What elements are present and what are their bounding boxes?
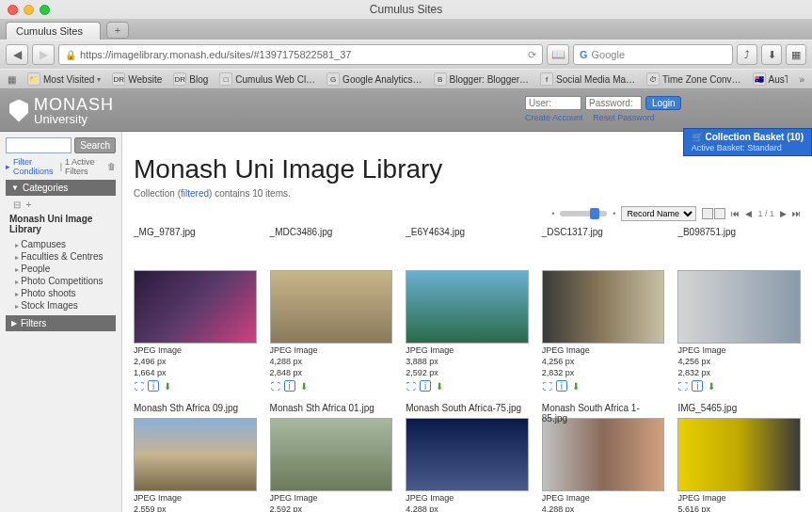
login-button[interactable]: Login (645, 96, 681, 110)
bookmark-item[interactable]: □Cumulus Web Cl… (219, 72, 315, 86)
category-item[interactable]: Campuses (15, 238, 114, 250)
item-name[interactable]: Monash South Africa-75.jpg (406, 403, 529, 414)
active-filters-text: 1 Active Filters (65, 157, 104, 176)
item-name[interactable]: Monash Sth Africa 01.jpg (270, 403, 393, 414)
thumbnail[interactable] (134, 418, 257, 491)
password-field[interactable] (585, 96, 642, 110)
category-item[interactable]: Faculties & Centres (15, 250, 114, 263)
bookmark-item[interactable]: BBlogger: Blogger… (434, 72, 530, 86)
create-account-link[interactable]: Create Account (525, 113, 583, 122)
bookmark-label: Blog (189, 74, 208, 85)
browser-tab[interactable]: Cumulus Sites (6, 22, 101, 40)
item-name[interactable]: _MG_9787.jpg (134, 227, 257, 238)
info-icon[interactable]: i (284, 380, 295, 392)
refresh-icon[interactable]: ⟳ (528, 49, 536, 61)
url-field[interactable]: 🔒 https://imagelibrary.monash.edu/sites/… (58, 44, 543, 65)
item-name[interactable]: Monash South Africa 1-85.jpg (542, 403, 665, 414)
thumbnail[interactable] (134, 270, 257, 344)
app-header: MONASH University Login My Collections D… (0, 90, 812, 132)
search-input[interactable] (6, 137, 72, 153)
sidebar: Search ▸ Filter Conditions | 1 Active Fi… (0, 132, 122, 512)
categories-header[interactable]: ▼ Categories (6, 180, 116, 196)
user-field[interactable] (525, 96, 581, 110)
thumbnail[interactable] (677, 270, 801, 344)
item-name[interactable]: _E6Y4634.jpg (406, 227, 529, 238)
thumbnail[interactable] (542, 270, 665, 344)
bookmark-icon: G (326, 72, 340, 86)
trash-icon[interactable]: 🗑 (107, 162, 116, 171)
info-icon[interactable]: i (420, 380, 431, 392)
expand-icon[interactable]: ⊟ + (8, 200, 114, 210)
pager-last-icon[interactable]: ⏭ (792, 209, 801, 218)
item-name[interactable]: _DSC1317.jpg (542, 227, 665, 238)
item-type: JPEG Image (542, 345, 665, 355)
grid-cell: _MDC3486.jpg JPEG Image 4,288 px 2,848 p… (270, 227, 393, 392)
reader-button[interactable]: 📖 (547, 44, 569, 65)
bookmarks-overflow-icon[interactable]: » (799, 74, 804, 85)
filter-conditions-link[interactable]: Filter Conditions (13, 157, 57, 176)
download-icon[interactable]: ⬇ (298, 380, 310, 392)
bookmark-item[interactable]: 🇦🇺AusTender: Curr… (753, 72, 788, 86)
thumbnail[interactable] (677, 418, 801, 491)
pager-first-icon[interactable]: ⏮ (731, 209, 740, 218)
expand-icon[interactable]: ⛶ (542, 380, 553, 392)
bookmark-item[interactable]: DRWebsite (112, 72, 162, 86)
bookmark-item[interactable]: ⏱Time Zone Conv… (646, 72, 741, 86)
share-button[interactable]: ⤴ (737, 44, 757, 65)
search-button[interactable]: Search (74, 137, 116, 153)
collection-basket[interactable]: 🛒 Collection Basket (10) Active Basket: … (683, 128, 812, 156)
bookmark-item[interactable]: GGoogle Analytics… (326, 72, 422, 86)
expand-icon[interactable]: ⛶ (270, 380, 281, 392)
thumbnail[interactable] (270, 270, 393, 344)
new-tab-button[interactable]: + (106, 22, 129, 39)
download-icon[interactable]: ⬇ (434, 380, 445, 392)
item-type: JPEG Image (677, 345, 801, 355)
logo-sub: University (34, 113, 114, 125)
expand-icon[interactable]: ⛶ (134, 380, 145, 392)
reset-password-link[interactable]: Reset Password (593, 113, 655, 122)
lock-icon: 🔒 (65, 50, 76, 60)
downloads-link[interactable]: Downloads (756, 98, 803, 108)
item-name[interactable]: Monash Sth Africa 09.jpg (134, 403, 257, 414)
item-name[interactable]: _MDC3486.jpg (270, 227, 393, 238)
back-button[interactable]: ◀ (6, 44, 28, 65)
item-name[interactable]: _B098751.jpg (677, 227, 801, 238)
thumb-size-slider[interactable] (560, 211, 607, 216)
bookmark-item[interactable]: 📁Most Visited▾ (27, 72, 101, 86)
bookmark-icon: f (540, 72, 553, 86)
bookmark-item[interactable]: fSocial Media Ma… (540, 72, 635, 86)
expand-icon[interactable]: ⛶ (406, 380, 417, 392)
bookmark-item[interactable]: DRBlog (173, 72, 208, 86)
monash-logo[interactable]: MONASH University (9, 96, 114, 125)
thumbnail[interactable] (542, 418, 665, 491)
my-collections-link[interactable]: My Collections (685, 98, 746, 108)
browser-search[interactable]: G Google (573, 44, 733, 65)
info-icon[interactable]: i (556, 380, 567, 392)
downloads-button[interactable]: ⬇ (761, 44, 782, 65)
pager-prev-icon[interactable]: ◀ (745, 209, 752, 218)
thumbnail[interactable] (270, 418, 393, 491)
view-mode-buttons[interactable] (702, 208, 725, 219)
category-item[interactable]: Photo shoots (15, 287, 114, 299)
download-icon[interactable]: ⬇ (162, 380, 173, 392)
filtered-link[interactable]: filtered (181, 188, 209, 199)
item-type: JPEG Image (134, 493, 257, 503)
download-icon[interactable]: ⬇ (570, 380, 581, 392)
tabs-button[interactable]: ▦ (786, 44, 806, 65)
bookmarks-menu-icon[interactable]: ▦ (8, 74, 16, 85)
category-item[interactable]: People (15, 263, 114, 275)
thumbnail[interactable] (406, 270, 529, 344)
download-icon[interactable]: ⬇ (706, 380, 717, 392)
library-title[interactable]: Monash Uni Image Library (8, 210, 114, 238)
item-name[interactable]: IMG_5465.jpg (677, 403, 801, 414)
expand-icon[interactable]: ⛶ (677, 380, 689, 392)
pager-next-icon[interactable]: ▶ (780, 209, 787, 218)
category-item[interactable]: Photo Competitions (15, 275, 114, 287)
sort-select[interactable]: Record Name (621, 206, 696, 221)
category-item[interactable]: Stock Images (15, 299, 114, 312)
filters-header[interactable]: ▶ Filters (6, 315, 116, 331)
forward-button[interactable]: ▶ (32, 44, 55, 65)
info-icon[interactable]: i (692, 380, 703, 392)
thumbnail[interactable] (406, 418, 529, 491)
info-icon[interactable]: i (148, 380, 159, 392)
